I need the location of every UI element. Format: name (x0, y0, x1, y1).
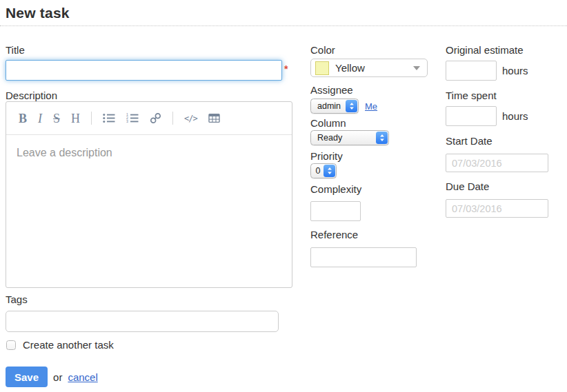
table-icon[interactable] (208, 113, 220, 123)
page-header: New task (0, 0, 567, 26)
chevron-down-icon (413, 66, 420, 70)
reference-input[interactable] (310, 247, 417, 267)
reference-label: Reference (310, 229, 358, 241)
select-stepper-icon (324, 165, 335, 177)
svg-text:3: 3 (126, 119, 128, 123)
bold-icon[interactable]: B (19, 112, 27, 125)
link-icon[interactable] (150, 112, 161, 124)
original-estimate-input[interactable] (446, 61, 497, 81)
create-another-row: Create another task (6, 339, 114, 351)
start-date-label: Start Date (446, 135, 493, 147)
color-selected-value: Yellow (335, 62, 413, 74)
italic-icon[interactable]: I (38, 112, 42, 125)
required-asterisk: * (284, 63, 288, 74)
title-input[interactable] (6, 60, 282, 81)
toolbar-divider (91, 112, 92, 125)
assignee-select[interactable]: admin (310, 99, 359, 114)
description-placeholder: Leave a description (17, 147, 112, 158)
priority-selected-value: 0 (311, 164, 323, 178)
start-date-input[interactable] (446, 154, 548, 172)
description-toolbar: B I S H 123 (6, 102, 292, 135)
due-date-label: Due Date (446, 180, 489, 193)
create-another-checkbox[interactable] (6, 340, 16, 350)
assignee-row: admin Me (310, 99, 377, 114)
column-label: Column (310, 117, 346, 130)
page-title: New task (0, 0, 567, 25)
title-label: Title (6, 44, 25, 56)
complexity-label: Complexity (310, 183, 361, 196)
toolbar-divider (172, 112, 173, 125)
new-task-page: New task Title * Description B I S H 123 (0, 0, 567, 392)
assign-me-link[interactable]: Me (365, 101, 377, 112)
select-stepper-icon (376, 132, 388, 144)
description-textarea[interactable]: Leave a description (6, 135, 292, 171)
cancel-link[interactable]: cancel (68, 371, 97, 383)
code-icon[interactable]: </> (184, 114, 197, 123)
due-date-input[interactable] (446, 199, 548, 218)
description-label: Description (6, 90, 57, 102)
create-another-label[interactable]: Create another task (23, 339, 114, 351)
column-selected-value: Ready (311, 131, 375, 145)
or-text: or (53, 371, 62, 383)
bullet-list-icon[interactable] (103, 113, 115, 123)
color-swatch (315, 61, 329, 75)
description-editor: B I S H 123 (6, 101, 292, 288)
priority-select[interactable]: 0 (310, 163, 337, 178)
tags-label: Tags (6, 293, 28, 306)
numbered-list-icon[interactable]: 123 (126, 113, 139, 123)
strikethrough-icon[interactable]: S (53, 112, 60, 125)
assignee-selected-value: admin (311, 99, 345, 113)
save-button[interactable]: Save (6, 367, 48, 387)
original-estimate-label: Original estimate (446, 44, 524, 56)
complexity-input[interactable] (310, 201, 361, 221)
hours-suffix: hours (502, 65, 528, 76)
form-actions: Save or cancel (6, 367, 98, 387)
select-stepper-icon (346, 100, 357, 112)
assignee-label: Assignee (310, 84, 353, 96)
original-estimate-row: hours (446, 61, 528, 81)
priority-label: Priority (310, 150, 343, 163)
time-spent-label: Time spent (446, 90, 497, 102)
heading-icon[interactable]: H (71, 112, 80, 125)
time-spent-row: hours (446, 106, 528, 126)
time-spent-input[interactable] (446, 106, 497, 126)
color-label: Color (310, 44, 335, 56)
tags-input[interactable] (6, 311, 279, 332)
hours-suffix: hours (502, 110, 528, 122)
color-dropdown[interactable]: Yellow (310, 59, 428, 77)
column-select[interactable]: Ready (310, 130, 389, 145)
